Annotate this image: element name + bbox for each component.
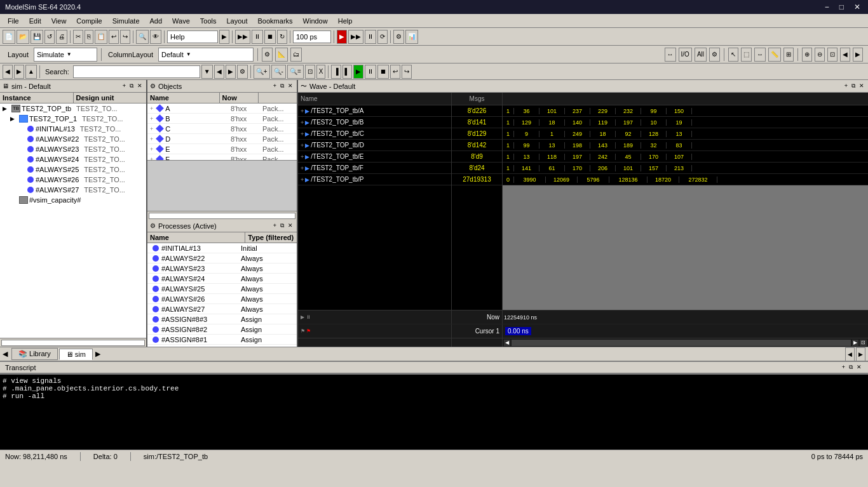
search-next[interactable]: ▶: [226, 65, 236, 79]
tree-row-8[interactable]: #ALWAYS#27 TEST2_TO...: [0, 185, 146, 195]
layout-right-btn4[interactable]: ⚙: [709, 48, 720, 62]
search-input[interactable]: [73, 65, 200, 78]
menu-bookmarks[interactable]: Bookmarks: [253, 16, 298, 26]
proc-row-2[interactable]: #ALWAYS#23 Always: [147, 264, 297, 274]
help-input[interactable]: [167, 30, 218, 43]
copy-btn[interactable]: ⎘: [85, 30, 93, 44]
menu-wave[interactable]: Wave: [167, 16, 195, 26]
new-btn[interactable]: 📄: [3, 30, 15, 44]
run-btn[interactable]: ▶: [337, 30, 347, 44]
layout-combo[interactable]: Simulate ▼: [34, 48, 97, 62]
search-btn[interactable]: ▼: [201, 65, 213, 79]
run-all-btn[interactable]: ▶▶: [348, 30, 363, 44]
obj-row-E[interactable]: + E 8'hxx Pack...: [147, 144, 297, 154]
sim-close-btn[interactable]: ✕: [136, 83, 144, 90]
menu-edit[interactable]: Edit: [24, 16, 46, 26]
wave-name-row-C[interactable]: + ▶ /TEST2_TOP_tb/C: [298, 128, 451, 140]
tab-scroll-left[interactable]: ◀: [3, 350, 11, 358]
search-prev[interactable]: ◀: [214, 65, 224, 79]
restart-btn[interactable]: ⟳: [377, 30, 388, 44]
obj-close-btn[interactable]: ✕: [287, 83, 294, 90]
watch-btn[interactable]: 👁: [150, 30, 161, 44]
tab-add-btn[interactable]: ◀: [845, 347, 855, 361]
sim-tree-area[interactable]: ▶ TB TEST2_TOP_tb TEST2_TO... ▶ TEST2_TO…: [0, 103, 146, 338]
sim-ctrl1[interactable]: ▐: [331, 65, 341, 79]
wave-scroll-left-btn[interactable]: ◀: [504, 340, 510, 346]
transcript-undock-btn[interactable]: +: [841, 364, 846, 371]
sim-ctrl3[interactable]: ▶: [353, 65, 363, 79]
sim-hscroll[interactable]: [0, 338, 146, 347]
transcript-close-btn[interactable]: ✕: [855, 364, 863, 371]
tree-row-9[interactable]: #vsim_capacity#: [0, 195, 146, 205]
expand-icon-0[interactable]: ▶: [3, 105, 10, 112]
search-opt[interactable]: ⚙: [237, 65, 248, 79]
tab-sim[interactable]: 🖥 sim: [59, 349, 93, 360]
sim-add-btn[interactable]: +: [121, 83, 127, 90]
sim-ctrl6[interactable]: ↩: [390, 65, 400, 79]
tree-row-6[interactable]: #ALWAYS#25 TEST2_TO...: [0, 164, 146, 175]
extra-btn2[interactable]: 📊: [405, 30, 418, 44]
zoom-fit-btn[interactable]: 🔍=: [287, 65, 304, 79]
menu-view[interactable]: View: [46, 16, 72, 26]
sim-ctrl5[interactable]: ⏹: [377, 65, 389, 79]
time-input[interactable]: [293, 30, 331, 43]
wave-name-row-A[interactable]: + ▶ /TEST2_TOP_tb/A: [298, 105, 451, 117]
tree-row-1[interactable]: ▶ TEST2_TOP_1 TEST2_TO...: [0, 114, 146, 124]
layout-right-btn2[interactable]: I/O: [679, 48, 692, 62]
expand-icon-1[interactable]: ▶: [10, 116, 18, 122]
wave-next[interactable]: ▶: [853, 48, 863, 62]
obj-hscroll[interactable]: [147, 211, 297, 220]
back-btn[interactable]: ◀: [3, 65, 13, 79]
obj-row-D[interactable]: + D 8'hxx Pack...: [147, 134, 297, 144]
zoom-btn2[interactable]: ↔: [754, 48, 766, 62]
wave-scroll-right-btn[interactable]: ▶: [852, 340, 858, 346]
tab-scroll-right[interactable]: ▶: [95, 350, 104, 358]
wave-hscroll-right[interactable]: ◀ ▶ ⊡: [503, 338, 868, 347]
tab-library[interactable]: 📚 Library: [11, 348, 58, 360]
proc-close-btn[interactable]: ✕: [287, 222, 294, 229]
proc-row-0[interactable]: #INITIAL#13 Initial: [147, 243, 297, 253]
help-go-btn[interactable]: ▶: [219, 30, 229, 44]
sim-btn2[interactable]: ⏸: [252, 30, 263, 44]
menu-add[interactable]: Add: [145, 16, 168, 26]
tree-row-0[interactable]: ▶ TB TEST2_TOP_tb TEST2_TO...: [0, 103, 146, 114]
zoom-area-btn[interactable]: ⊡: [305, 65, 315, 79]
proc-row-10[interactable]: #ASSIGN#8 Assign: [147, 345, 297, 347]
tree-row-5[interactable]: #ALWAYS#24 TEST2_TO...: [0, 154, 146, 164]
proc-row-9[interactable]: #ASSIGN#8#1 Assign: [147, 335, 297, 345]
proc-row-7[interactable]: #ASSIGN#8#3 Assign: [147, 314, 297, 324]
layout-right-btn1[interactable]: ↔: [665, 48, 676, 62]
wave-name-row-P[interactable]: + ▶ /TEST2_TOP_tb/P: [298, 174, 451, 185]
wave-prev[interactable]: ◀: [840, 48, 850, 62]
redo-btn[interactable]: ↪: [120, 30, 130, 44]
wave-name-row-E[interactable]: + ▶ /TEST2_TOP_tb/E: [298, 151, 451, 163]
zoom-btn4[interactable]: ⊞: [783, 48, 794, 62]
proc-row-1[interactable]: #ALWAYS#22 Always: [147, 253, 297, 264]
layout-btn1[interactable]: ⚙: [262, 48, 273, 62]
wave-add-btn[interactable]: +: [843, 83, 849, 90]
layout-btn2[interactable]: 📐: [275, 48, 288, 62]
transcript-expand-btn[interactable]: ⧉: [848, 364, 854, 371]
zoom-out-btn[interactable]: 🔍-: [271, 65, 286, 79]
zoom-in-btn[interactable]: 🔍+: [254, 65, 270, 79]
tree-row-7[interactable]: #ALWAYS#26 TEST2_TO...: [0, 175, 146, 185]
proc-row-5[interactable]: #ALWAYS#26 Always: [147, 294, 297, 304]
obj-add-btn[interactable]: +: [272, 83, 278, 90]
sim-ctrl4[interactable]: ⏸: [365, 65, 376, 79]
sim-btn1[interactable]: ▶▶: [235, 30, 250, 44]
menu-simulate[interactable]: Simulate: [107, 16, 145, 26]
tab-remove-btn[interactable]: ▶: [856, 347, 865, 361]
obj-row-F[interactable]: + F 8'hxx Pack...: [147, 154, 297, 160]
wave-zoom-out[interactable]: ⊖: [815, 48, 825, 62]
menu-layout[interactable]: Layout: [222, 16, 253, 26]
extra-btn1[interactable]: ⚙: [393, 30, 404, 44]
tree-row-4[interactable]: #ALWAYS#23 TEST2_TO...: [0, 144, 146, 154]
obj-dock-btn[interactable]: ⧉: [279, 83, 285, 90]
undo-btn[interactable]: ↩: [109, 30, 119, 44]
menu-help[interactable]: Help: [333, 16, 358, 26]
tree-row-3[interactable]: #ALWAYS#22 TEST2_TO...: [0, 134, 146, 144]
select-btn[interactable]: ↖: [728, 48, 738, 62]
obj-row-A[interactable]: + A 8'hxx Pack...: [147, 103, 297, 114]
proc-dock-btn[interactable]: ⧉: [279, 222, 285, 229]
obj-row-C[interactable]: + C 8'hxx Pack...: [147, 124, 297, 134]
